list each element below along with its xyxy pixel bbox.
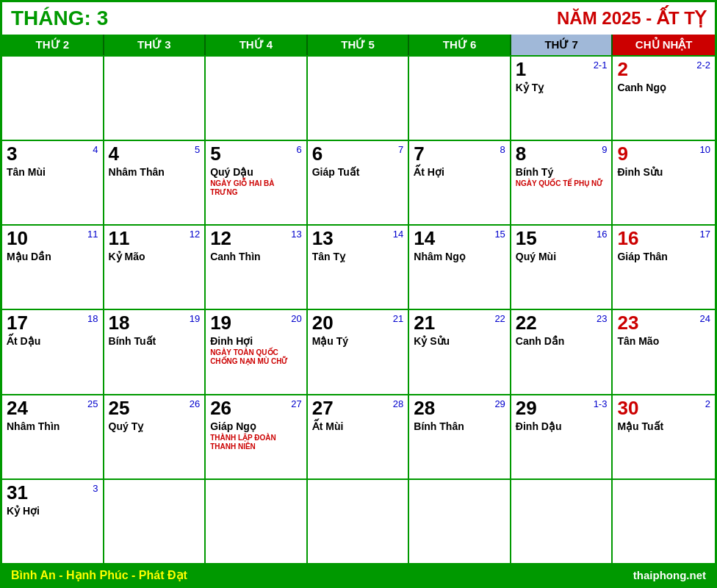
gregorian-date: 5 [210, 144, 302, 163]
day-cell-7: 78Ất Hợi [409, 141, 511, 226]
day-cell-21: 2122Kỷ Sửu [409, 310, 511, 395]
gregorian-date: 19 [210, 313, 302, 332]
can-chi: Mậu Tuất [617, 420, 710, 432]
calendar-grid: 12-1Kỷ Tỵ22-2Canh Ngọ34Tân Mùi45Nhâm Thâ… [2, 55, 715, 564]
lunar-date: 20 [291, 313, 301, 324]
lunar-date: 28 [393, 398, 403, 409]
can-chi: Nhâm Ngọ [414, 251, 505, 262]
day-cell-23: 2324Tân Mão [613, 310, 715, 395]
can-chi: Kỷ Tỵ [516, 82, 608, 93]
lunar-date: 19 [190, 313, 200, 324]
gregorian-date: 28 [414, 398, 505, 417]
day-cell-26: 2627Giáp NgọThành Lập Đoàn Thanh Niên [206, 395, 308, 480]
gregorian-date: 31 [7, 483, 98, 502]
gregorian-date: 17 [7, 313, 98, 332]
day-cell-18: 1819Bính Tuất [104, 310, 206, 395]
can-chi: Canh Dần [516, 335, 608, 347]
lunar-date: 2 [705, 398, 710, 409]
day-cell-4: 45Nhâm Thân [104, 141, 206, 226]
day-header-thứ-6: THỨ 6 [409, 35, 511, 55]
event-label: Ngày Toàn Quốc Chống Nạn Mù Chữ [210, 348, 302, 366]
can-chi: Nhâm Thân [109, 166, 201, 178]
day-cell-empty [206, 57, 308, 141]
gregorian-date: 23 [617, 313, 710, 332]
day-cell-25: 2526Quý Tỵ [104, 395, 206, 480]
can-chi: Canh Ngọ [617, 82, 710, 93]
lunar-date: 21 [393, 313, 403, 324]
day-cell-15: 1516Quý Mùi [511, 226, 613, 310]
gregorian-date: 27 [312, 398, 404, 417]
gregorian-date: 20 [312, 313, 404, 332]
lunar-date: 26 [190, 398, 200, 409]
day-header-chủ-nhật: CHỦ NHẬT [613, 35, 715, 55]
can-chi: Quý Dậu [210, 166, 302, 178]
month-title: THÁNG: 3 [11, 7, 108, 30]
calendar-footer: Bình An - Hạnh Phúc - Phát Đạt thaiphong… [2, 564, 715, 586]
day-cell-8: 89Bính TýNgày Quốc Tế Phụ Nữ [511, 141, 613, 226]
can-chi: Đinh Sửu [617, 166, 710, 178]
day-cell-11: 1112Kỷ Mão [104, 226, 206, 310]
can-chi: Bính Tuất [109, 335, 201, 347]
day-cell-29: 291-3Đinh Dậu [511, 395, 613, 480]
gregorian-date: 26 [210, 398, 302, 417]
gregorian-date: 30 [617, 398, 710, 417]
day-cell-empty [104, 480, 206, 564]
can-chi: Mậu Dần [7, 251, 98, 262]
day-cell-empty [104, 57, 206, 141]
can-chi: Giáp Ngọ [210, 420, 302, 432]
day-cell-empty [308, 57, 410, 141]
day-cell-empty [2, 57, 104, 141]
day-cell-31: 313Kỷ Hợi [2, 480, 104, 564]
event-label: Ngày giỗ Hai Bà Trưng [210, 179, 302, 197]
lunar-date: 2-2 [696, 60, 710, 71]
gregorian-date: 16 [617, 229, 710, 248]
gregorian-date: 6 [312, 144, 404, 163]
gregorian-date: 21 [414, 313, 505, 332]
event-label: Thành Lập Đoàn Thanh Niên [210, 434, 302, 451]
can-chi: Bính Thân [414, 420, 505, 432]
day-cell-empty [409, 57, 511, 141]
gregorian-date: 10 [7, 229, 98, 248]
can-chi: Đinh Dậu [516, 420, 608, 432]
day-cell-9: 910Đinh Sửu [613, 141, 715, 226]
lunar-date: 23 [597, 313, 607, 324]
footer-website: thaiphong.net [633, 569, 706, 581]
gregorian-date: 11 [109, 229, 201, 248]
lunar-date: 1-3 [594, 398, 608, 409]
lunar-date: 15 [494, 229, 505, 240]
lunar-date: 14 [393, 229, 403, 240]
day-cell-24: 2425Nhâm Thìn [2, 395, 104, 480]
lunar-date: 24 [700, 313, 710, 324]
can-chi: Quý Mùi [516, 251, 608, 262]
can-chi: Kỷ Sửu [414, 335, 505, 347]
lunar-date: 29 [494, 398, 505, 409]
gregorian-date: 15 [516, 229, 608, 248]
can-chi: Ất Dậu [7, 335, 98, 347]
can-chi: Đinh Hợi [210, 335, 302, 347]
day-cell-empty [206, 480, 308, 564]
lunar-date: 13 [291, 229, 301, 240]
gregorian-date: 9 [617, 144, 710, 163]
gregorian-date: 13 [312, 229, 404, 248]
lunar-date: 18 [87, 313, 98, 324]
day-header-thứ-3: THỨ 3 [104, 35, 206, 55]
day-headers: THỨ 2THỨ 3THỨ 4THỨ 5THỨ 6THỨ 7CHỦ NHẬT [2, 35, 715, 55]
day-cell-3: 34Tân Mùi [2, 141, 104, 226]
can-chi: Kỷ Hợi [7, 505, 98, 517]
calendar: THÁNG: 3 NĂM 2025 - ẤT TỴ THỨ 2THỨ 3THỨ … [0, 0, 717, 588]
gregorian-date: 14 [414, 229, 505, 248]
lunar-date: 10 [700, 144, 710, 155]
day-cell-empty [308, 480, 410, 564]
can-chi: Bính Tý [516, 166, 608, 178]
day-cell-13: 1314Tân Tỵ [308, 226, 410, 310]
lunar-date: 6 [296, 144, 301, 155]
lunar-date: 7 [398, 144, 403, 155]
lunar-date: 2-1 [594, 60, 608, 71]
day-cell-12: 1213Canh Thìn [206, 226, 308, 310]
day-header-thứ-5: THỨ 5 [308, 35, 410, 55]
lunar-date: 16 [597, 229, 607, 240]
can-chi: Tân Mão [617, 335, 710, 347]
day-cell-22: 2223Canh Dần [511, 310, 613, 395]
can-chi: Ất Mùi [312, 420, 404, 432]
lunar-date: 27 [291, 398, 301, 409]
